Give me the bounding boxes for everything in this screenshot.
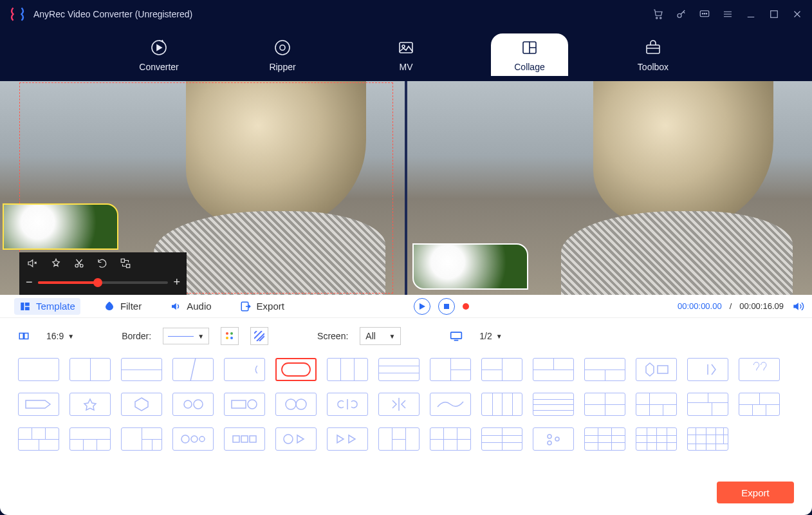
- split-value: 1/2: [479, 331, 492, 341]
- nav-converter[interactable]: Converter: [120, 33, 198, 76]
- record-indicator[interactable]: [463, 303, 469, 310]
- template-item[interactable]: [69, 427, 111, 451]
- nav-mv[interactable]: MV: [367, 33, 445, 76]
- editor-preview-right: [407, 81, 812, 295]
- template-item[interactable]: [121, 358, 162, 381]
- template-item[interactable]: [739, 358, 780, 381]
- split-dropdown[interactable]: 1/2 ▼: [474, 328, 507, 344]
- zoom-in[interactable]: +: [173, 276, 180, 289]
- maximize-icon[interactable]: [768, 8, 780, 20]
- aspect-icon: [18, 330, 30, 342]
- template-item[interactable]: [18, 358, 59, 381]
- collage-tabs: Template Filter Audio Export: [0, 295, 406, 318]
- template-item[interactable]: [121, 393, 162, 416]
- template-item-selected[interactable]: [275, 358, 317, 381]
- template-item[interactable]: [275, 393, 317, 416]
- export-button[interactable]: Export: [717, 482, 794, 503]
- svg-point-31: [230, 337, 233, 339]
- template-item[interactable]: [739, 393, 780, 416]
- template-item[interactable]: [172, 393, 214, 416]
- template-item[interactable]: [584, 358, 625, 381]
- template-item[interactable]: [224, 427, 265, 451]
- svg-point-2: [678, 14, 681, 17]
- template-item[interactable]: [430, 427, 471, 451]
- template-item[interactable]: [481, 358, 522, 381]
- template-item[interactable]: [430, 393, 471, 416]
- feedback-icon[interactable]: [699, 8, 710, 20]
- editor-canvas-left[interactable]: − +: [0, 81, 407, 295]
- effects-icon[interactable]: [50, 258, 62, 269]
- border-color-button[interactable]: [221, 327, 239, 345]
- template-item[interactable]: [69, 393, 111, 416]
- tab-audio[interactable]: Audio: [165, 298, 216, 315]
- app-title: AnyRec Video Converter (Unregistered): [33, 9, 192, 19]
- border-style-dropdown[interactable]: ▼: [163, 328, 209, 344]
- play-button[interactable]: [414, 298, 430, 315]
- svg-rect-7: [771, 11, 778, 18]
- swap-icon[interactable]: [120, 258, 131, 269]
- template-item[interactable]: [584, 427, 625, 451]
- svg-rect-32: [451, 332, 462, 339]
- template-item[interactable]: [636, 393, 677, 416]
- svg-point-51: [555, 437, 559, 441]
- svg-rect-12: [400, 42, 412, 53]
- template-item[interactable]: [224, 393, 265, 416]
- template-item[interactable]: [687, 427, 728, 451]
- options-row: 16:9 ▼ Border: ▼ Screen: All ▼ 1/2 ▼: [0, 318, 812, 354]
- template-item[interactable]: [584, 393, 625, 416]
- svg-rect-19: [127, 265, 130, 268]
- template-item[interactable]: [275, 427, 317, 451]
- menu-icon[interactable]: [722, 8, 734, 20]
- template-item[interactable]: [636, 358, 677, 381]
- template-item[interactable]: [378, 393, 420, 416]
- key-icon[interactable]: [676, 8, 687, 20]
- tab-template[interactable]: Template: [14, 298, 80, 315]
- nav-toolbox[interactable]: Toolbox: [614, 33, 692, 76]
- pip-preview: [412, 243, 528, 290]
- svg-rect-25: [444, 304, 449, 309]
- nav-collage[interactable]: Collage: [491, 33, 568, 76]
- template-item[interactable]: [327, 427, 368, 451]
- template-item[interactable]: [533, 427, 574, 451]
- template-item[interactable]: [18, 393, 59, 416]
- template-item[interactable]: [172, 427, 214, 451]
- tab-export[interactable]: Export: [235, 298, 290, 315]
- template-item[interactable]: [687, 393, 728, 416]
- template-item[interactable]: [327, 358, 368, 381]
- stop-button[interactable]: [438, 298, 455, 315]
- template-item[interactable]: [327, 393, 368, 416]
- zoom-slider[interactable]: [38, 281, 169, 284]
- nav-ripper[interactable]: Ripper: [244, 33, 321, 76]
- template-item[interactable]: [69, 358, 111, 381]
- template-item[interactable]: [121, 427, 162, 451]
- aspect-dropdown[interactable]: 16:9 ▼: [41, 328, 79, 344]
- template-item[interactable]: [172, 358, 214, 381]
- template-item[interactable]: [481, 393, 522, 416]
- screen-dropdown[interactable]: All ▼: [360, 327, 401, 345]
- template-item[interactable]: [18, 427, 59, 451]
- chevron-down-icon: ▼: [68, 333, 74, 340]
- template-item[interactable]: [224, 358, 265, 381]
- template-item[interactable]: [481, 427, 522, 451]
- template-item[interactable]: [636, 427, 677, 451]
- template-item[interactable]: [533, 393, 574, 416]
- pip-overlay[interactable]: [3, 203, 118, 250]
- template-item[interactable]: [687, 358, 728, 381]
- border-pattern-button[interactable]: [250, 327, 268, 345]
- close-icon[interactable]: [791, 8, 803, 20]
- svg-rect-21: [25, 303, 30, 306]
- template-item[interactable]: [430, 358, 471, 381]
- time-current: 00:00:00.00: [678, 301, 722, 311]
- undo-icon[interactable]: [97, 258, 108, 269]
- template-item[interactable]: [378, 427, 420, 451]
- zoom-out[interactable]: −: [26, 276, 33, 289]
- template-item[interactable]: [533, 358, 574, 381]
- cut-icon[interactable]: [73, 258, 85, 269]
- tab-filter[interactable]: Filter: [98, 298, 147, 315]
- mute-icon[interactable]: [26, 258, 39, 269]
- template-item[interactable]: [378, 358, 420, 381]
- svg-rect-15: [647, 45, 660, 53]
- cart-icon[interactable]: [652, 8, 664, 20]
- volume-icon[interactable]: [791, 300, 804, 313]
- minimize-icon[interactable]: [745, 8, 757, 20]
